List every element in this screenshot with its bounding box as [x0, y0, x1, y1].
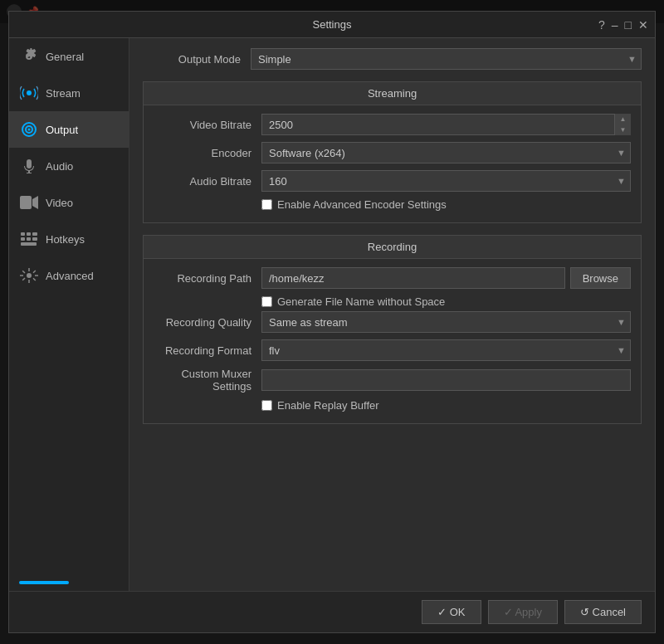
encoder-row: Encoder Software (x264) Hardware (NVENC)…: [154, 142, 631, 163]
stream-icon: [19, 83, 39, 103]
recording-section: Recording Recording Path Browse: [143, 235, 642, 424]
replay-buffer-checkbox[interactable]: [261, 400, 272, 411]
svg-point-3: [28, 129, 31, 131]
sidebar-label-stream: Stream: [46, 87, 81, 100]
svg-rect-8: [32, 232, 37, 236]
scroll-indicator: [19, 581, 69, 584]
custom-muxer-row: Custom Muxer Settings: [154, 368, 631, 393]
sidebar-label-video: Video: [46, 197, 73, 209]
generate-filename-row: Generate File Name without Space: [154, 295, 631, 308]
audio-bitrate-select[interactable]: 160 128 96 64: [261, 170, 631, 192]
browse-button[interactable]: Browse: [570, 267, 631, 289]
help-button[interactable]: ?: [598, 18, 605, 32]
recording-quality-select[interactable]: Same as stream High Quality, Medium File…: [261, 311, 631, 333]
streaming-section-header: Streaming: [144, 82, 641, 105]
custom-muxer-input[interactable]: [261, 369, 631, 391]
output-mode-select-wrapper: Simple Advanced ▼: [251, 48, 642, 70]
output-mode-row: Output Mode Simple Advanced ▼: [143, 48, 642, 70]
audio-icon: [19, 156, 39, 176]
svg-rect-11: [32, 237, 37, 241]
svg-rect-10: [27, 237, 31, 241]
modal-overlay: Settings ? – □ ✕ General: [0, 0, 664, 644]
svg-rect-9: [21, 237, 25, 241]
video-icon: [19, 193, 39, 212]
minimize-button[interactable]: –: [612, 18, 618, 32]
encoder-label: Encoder: [154, 147, 261, 159]
sidebar-label-audio: Audio: [46, 160, 73, 173]
recording-section-header: Recording: [144, 236, 641, 259]
video-bitrate-up[interactable]: ▲: [615, 114, 631, 124]
replay-buffer-row: Enable Replay Buffer: [154, 399, 631, 412]
advanced-encoder-row: Enable Advanced Encoder Settings: [154, 198, 631, 211]
replay-buffer-label[interactable]: Enable Replay Buffer: [277, 399, 379, 412]
advanced-icon: [19, 266, 39, 285]
output-mode-label: Output Mode: [143, 53, 251, 66]
custom-muxer-label: Custom Muxer Settings: [154, 368, 261, 393]
dialog-footer: ✓ OK ✓ Apply ↺ Cancel: [9, 591, 655, 632]
settings-dialog: Settings ? – □ ✕ General: [8, 11, 656, 633]
video-bitrate-down[interactable]: ▼: [615, 124, 631, 135]
recording-path-row: Recording Path Browse: [154, 267, 631, 289]
recording-quality-select-wrapper: Same as stream High Quality, Medium File…: [261, 311, 631, 333]
dialog-controls: ? – □ ✕: [598, 18, 648, 32]
dialog-titlebar: Settings ? – □ ✕: [9, 12, 655, 38]
cancel-button[interactable]: ↺ Cancel: [564, 600, 642, 624]
maximize-button[interactable]: □: [625, 18, 632, 32]
output-mode-select[interactable]: Simple Advanced: [251, 48, 642, 70]
sidebar-label-output: Output: [46, 124, 78, 136]
recording-format-select[interactable]: flv mp4 mov mkv ts m3u8: [261, 339, 631, 361]
audio-bitrate-label: Audio Bitrate: [154, 175, 261, 188]
sidebar-item-general[interactable]: General: [9, 38, 129, 75]
svg-point-0: [27, 90, 32, 95]
sidebar-item-advanced[interactable]: Advanced: [9, 257, 129, 294]
gear-icon: [19, 46, 39, 66]
apply-button[interactable]: ✓ Apply: [488, 600, 558, 624]
sidebar-item-stream[interactable]: Stream: [9, 75, 129, 111]
sidebar-item-audio[interactable]: Audio: [9, 148, 129, 184]
sidebar-label-advanced: Advanced: [46, 270, 94, 282]
svg-rect-6: [21, 232, 25, 236]
streaming-section: Streaming Video Bitrate ▲ ▼: [143, 81, 642, 223]
close-button[interactable]: ✕: [638, 18, 648, 32]
main-content: Output Mode Simple Advanced ▼ Streaming: [129, 38, 655, 591]
recording-section-content: Recording Path Browse Generate File Name…: [144, 259, 641, 423]
svg-rect-4: [20, 196, 32, 209]
recording-path-wrapper: Browse: [261, 267, 631, 289]
audio-bitrate-select-wrapper: 160 128 96 64 ▼: [261, 170, 631, 192]
streaming-section-content: Video Bitrate ▲ ▼ Encoder: [144, 105, 641, 222]
video-bitrate-spinbox: ▲ ▼: [261, 114, 631, 135]
sidebar-label-general: General: [46, 51, 84, 63]
sidebar-item-output[interactable]: Output: [9, 111, 129, 148]
audio-bitrate-row: Audio Bitrate 160 128 96 64 ▼: [154, 170, 631, 192]
recording-path-label: Recording Path: [154, 272, 261, 285]
sidebar-item-video[interactable]: Video: [9, 184, 129, 221]
video-bitrate-input[interactable]: [261, 114, 631, 135]
sidebar: General Stream: [9, 38, 129, 591]
svg-point-13: [27, 273, 32, 278]
generate-filename-checkbox[interactable]: [261, 296, 272, 307]
dialog-title: Settings: [313, 18, 352, 31]
encoder-select-wrapper: Software (x264) Hardware (NVENC) ▼: [261, 142, 631, 163]
video-bitrate-row: Video Bitrate ▲ ▼: [154, 114, 631, 135]
recording-format-select-wrapper: flv mp4 mov mkv ts m3u8 ▼: [261, 339, 631, 361]
video-bitrate-arrows: ▲ ▼: [614, 114, 631, 135]
recording-quality-label: Recording Quality: [154, 316, 261, 329]
recording-format-label: Recording Format: [154, 344, 261, 357]
dialog-body: General Stream: [9, 38, 655, 591]
recording-quality-row: Recording Quality Same as stream High Qu…: [154, 311, 631, 333]
hotkeys-icon: [19, 229, 39, 249]
recording-path-input[interactable]: [261, 267, 565, 289]
sidebar-label-hotkeys: Hotkeys: [46, 233, 85, 246]
generate-filename-label[interactable]: Generate File Name without Space: [277, 295, 445, 308]
ok-button[interactable]: ✓ OK: [422, 600, 481, 624]
video-bitrate-label: Video Bitrate: [154, 119, 261, 131]
recording-format-row: Recording Format flv mp4 mov mkv ts m3u8: [154, 339, 631, 361]
sidebar-item-hotkeys[interactable]: Hotkeys: [9, 221, 129, 257]
advanced-encoder-label[interactable]: Enable Advanced Encoder Settings: [277, 198, 447, 211]
svg-rect-12: [21, 242, 37, 246]
advanced-encoder-checkbox[interactable]: [261, 199, 272, 210]
encoder-select[interactable]: Software (x264) Hardware (NVENC): [261, 142, 631, 163]
output-icon: [19, 120, 39, 139]
svg-rect-7: [27, 232, 31, 236]
svg-marker-5: [32, 196, 38, 209]
